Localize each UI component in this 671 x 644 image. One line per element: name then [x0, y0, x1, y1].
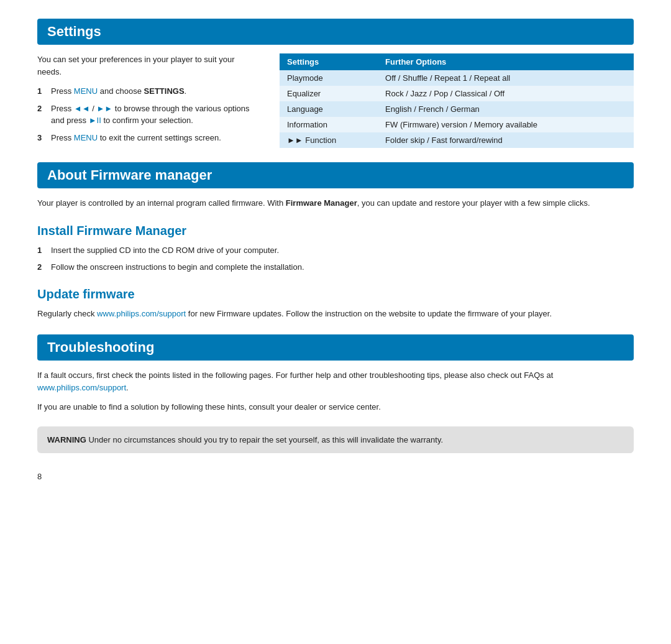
install-step: 2Follow the onscreen instructions to beg… [37, 261, 634, 274]
table-cell-options: English / French / German [378, 101, 634, 117]
update-text-after: for new Firmware updates. Follow the ins… [186, 309, 552, 318]
troubleshooting-link[interactable]: www.philips.com/support [37, 383, 126, 392]
troubleshooting-section: Troubleshooting If a fault occurs, first… [37, 334, 634, 454]
step-1-text: Press MENU and choose SETTINGS. [51, 85, 186, 98]
table-row: PlaymodeOff / Shuffle / Repeat 1 / Repea… [280, 70, 634, 86]
update-section: Update firmware Regularly check www.phil… [37, 287, 634, 321]
troubleshooting-para2: If you are unable to find a solution by … [37, 401, 634, 414]
table-cell-options: FW (Firmware) version / Memory available [378, 117, 634, 132]
settings-two-col: You can set your preferences in your pla… [37, 53, 634, 149]
update-text-before: Regularly check [37, 309, 97, 318]
settings-section: Settings You can set your preferences in… [37, 19, 634, 149]
firmware-bold: Firmware Manager [286, 198, 357, 208]
install-step: 1Insert the supplied CD into the CD ROM … [37, 244, 634, 257]
para1-after: . [126, 383, 129, 392]
table-cell-setting: ►► Function [280, 132, 378, 148]
menu-word-3: MENU [74, 133, 98, 142]
install-step-text: Insert the supplied CD into the CD ROM d… [51, 244, 279, 257]
install-header: Install Firmware Manager [37, 224, 634, 238]
warning-box: WARNING Under no circumstances should yo… [37, 426, 634, 454]
table-cell-options: Folder skip / Fast forward/rewind [378, 132, 634, 148]
settings-bold: SETTINGS [144, 86, 185, 96]
settings-header: Settings [37, 19, 634, 45]
settings-right-col: Settings Further Options PlaymodeOff / S… [280, 53, 634, 149]
table-header-row: Settings Further Options [280, 53, 634, 70]
install-steps: 1Insert the supplied CD into the CD ROM … [37, 244, 634, 274]
settings-intro: You can set your preferences in your pla… [37, 53, 261, 78]
install-step-num: 2 [37, 261, 46, 274]
table-cell-setting: Information [280, 117, 378, 132]
menu-word-1: MENU [74, 86, 98, 96]
icon-prev: ◄◄ [74, 104, 90, 113]
install-section: Install Firmware Manager 1Insert the sup… [37, 224, 634, 274]
update-header: Update firmware [37, 287, 634, 301]
firmware-intro-after: , you can update and restore your player… [357, 198, 590, 208]
step-3-num: 3 [37, 132, 46, 144]
firmware-intro-before: Your player is controlled by an internal… [37, 198, 286, 208]
install-step-text: Follow the onscreen instructions to begi… [51, 261, 304, 274]
step-2: 2 Press ◄◄ / ►► to browse through the va… [37, 103, 261, 127]
step-1: 1 Press MENU and choose SETTINGS. [37, 85, 261, 98]
para1-before: If a fault occurs, first check the point… [37, 370, 553, 380]
step-2-text: Press ◄◄ / ►► to browse through the vari… [51, 103, 261, 127]
table-row: EqualizerRock / Jazz / Pop / Classical /… [280, 86, 634, 101]
table-cell-setting: Playmode [280, 70, 378, 86]
col1-header: Settings [280, 53, 378, 70]
settings-steps: 1 Press MENU and choose SETTINGS. 2 Pres… [37, 85, 261, 144]
col2-header: Further Options [378, 53, 634, 70]
table-cell-setting: Language [280, 101, 378, 117]
update-link[interactable]: www.philips.com/support [97, 309, 186, 318]
firmware-header: About Firmware manager [37, 162, 634, 188]
step-2-num: 2 [37, 103, 46, 127]
page-number: 8 [37, 472, 634, 481]
warning-bold: WARNING [47, 435, 86, 444]
step-1-num: 1 [37, 85, 46, 98]
install-step-num: 1 [37, 244, 46, 257]
icon-next: ►► [96, 104, 112, 113]
update-text: Regularly check www.philips.com/support … [37, 308, 634, 321]
table-cell-setting: Equalizer [280, 86, 378, 101]
icon-play: ►II [89, 116, 101, 125]
warning-text: Under no circumstances should you try to… [86, 435, 443, 444]
settings-table: Settings Further Options PlaymodeOff / S… [280, 53, 634, 148]
troubleshooting-para1: If a fault occurs, first check the point… [37, 369, 634, 395]
table-cell-options: Off / Shuffle / Repeat 1 / Repeat all [378, 70, 634, 86]
firmware-intro: Your player is controlled by an internal… [37, 197, 634, 210]
settings-left-col: You can set your preferences in your pla… [37, 53, 261, 149]
table-cell-options: Rock / Jazz / Pop / Classical / Off [378, 86, 634, 101]
table-row: ►► FunctionFolder skip / Fast forward/re… [280, 132, 634, 148]
step-3-text: Press MENU to exit the current settings … [51, 132, 221, 144]
table-row: InformationFW (Firmware) version / Memor… [280, 117, 634, 132]
step-3: 3 Press MENU to exit the current setting… [37, 132, 261, 144]
firmware-section: About Firmware manager Your player is co… [37, 162, 634, 210]
troubleshooting-header: Troubleshooting [37, 334, 634, 361]
table-row: LanguageEnglish / French / German [280, 101, 634, 117]
